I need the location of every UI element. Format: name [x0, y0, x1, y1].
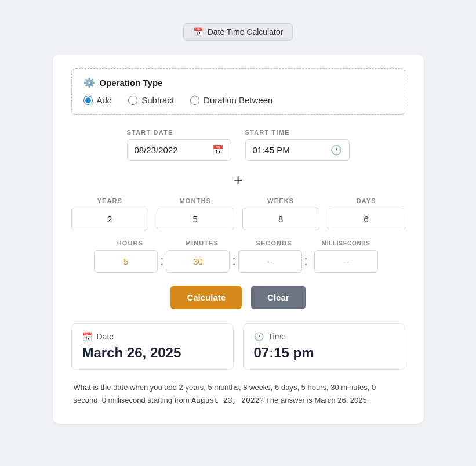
months-label: MONTHS	[180, 197, 211, 204]
result-date-icon: 📅	[82, 332, 92, 341]
radio-add-input[interactable]	[83, 96, 93, 105]
minutes-input[interactable]	[166, 250, 230, 273]
result-time-value: 07:15 pm	[254, 345, 394, 361]
weeks-input[interactable]	[242, 208, 320, 230]
description-text: What is the date when you add 2 years, 5…	[71, 381, 405, 407]
date-time-row: START DATE 📅 START TIME 🕐	[71, 129, 405, 161]
result-time-label: Time	[268, 332, 286, 341]
page-wrapper: 📅 Date Time Calculator ⚙️ Operation Type…	[12, 12, 464, 435]
radio-add[interactable]: Add	[83, 95, 112, 105]
years-input[interactable]	[71, 208, 149, 230]
duration-grid: YEARS MONTHS WEEKS DAYS	[71, 197, 405, 230]
hours-input[interactable]	[94, 250, 158, 273]
title-bar: 📅 Date Time Calculator	[183, 23, 293, 41]
result-time-icon: 🕐	[254, 332, 264, 341]
result-time-card: 🕐 Time 07:15 pm	[243, 323, 405, 370]
seconds-input[interactable]	[238, 250, 302, 273]
months-input[interactable]	[157, 208, 234, 230]
calculate-button[interactable]: Calculate	[170, 286, 242, 309]
main-card: ⚙️ Operation Type Add Subtract Duration …	[53, 55, 424, 424]
start-time-label: START TIME	[245, 129, 290, 136]
seconds-label: SECONDS	[256, 240, 292, 247]
start-date-input[interactable]	[135, 145, 208, 155]
radio-subtract-label: Subtract	[141, 95, 174, 105]
clear-button[interactable]: Clear	[251, 286, 306, 309]
start-date-label: START DATE	[127, 129, 173, 136]
action-row: Calculate Clear	[71, 286, 405, 309]
radio-group: Add Subtract Duration Between	[83, 95, 393, 105]
minutes-field: MINUTES :	[166, 240, 238, 273]
radio-subtract-input[interactable]	[128, 96, 137, 105]
time-picker-icon: 🕐	[330, 145, 342, 156]
radio-subtract[interactable]: Subtract	[128, 95, 174, 105]
plus-symbol: +	[71, 171, 405, 189]
months-field: MONTHS	[157, 197, 234, 230]
seconds-field: SECONDS :	[238, 240, 310, 273]
result-date-card: 📅 Date March 26, 2025	[71, 323, 234, 370]
hours-label: HOURS	[117, 240, 143, 247]
radio-add-label: Add	[97, 95, 112, 105]
result-date-header: 📅 Date	[82, 332, 223, 341]
milliseconds-input[interactable]	[314, 250, 378, 273]
operation-type-label: Operation Type	[100, 78, 163, 88]
hours-field: HOURS :	[94, 240, 166, 273]
radio-duration-between[interactable]: Duration Between	[190, 95, 272, 105]
operation-type-box: ⚙️ Operation Type Add Subtract Duration …	[71, 68, 405, 115]
colon-seconds: :	[302, 254, 310, 269]
weeks-field: WEEKS	[242, 197, 320, 230]
result-time-header: 🕐 Time	[254, 332, 394, 341]
colon-hours: :	[158, 254, 166, 269]
radio-duration-input[interactable]	[190, 96, 199, 105]
start-date-group: START DATE 📅	[127, 129, 231, 161]
title-calendar-icon: 📅	[193, 27, 203, 37]
days-input[interactable]	[328, 208, 405, 230]
years-label: YEARS	[97, 197, 122, 204]
title-label: Date Time Calculator	[208, 27, 284, 37]
result-date-value: March 26, 2025	[82, 345, 223, 361]
days-field: DAYS	[328, 197, 405, 230]
years-field: YEARS	[71, 197, 149, 230]
days-label: DAYS	[357, 197, 376, 204]
start-time-input[interactable]	[253, 145, 326, 155]
result-row: 📅 Date March 26, 2025 🕐 Time 07:15 pm	[71, 323, 405, 370]
minutes-label: MINUTES	[186, 240, 219, 247]
milliseconds-label: MILLISECONDS	[322, 240, 370, 247]
date-picker-icon: 📅	[212, 145, 224, 156]
result-date-label: Date	[97, 332, 114, 341]
time-row: HOURS : MINUTES : SECONDS	[94, 240, 382, 273]
start-date-input-wrapper[interactable]: 📅	[127, 139, 231, 161]
start-time-input-wrapper[interactable]: 🕐	[245, 139, 350, 161]
gear-icon: ⚙️	[83, 77, 95, 88]
start-time-group: START TIME 🕐	[245, 129, 350, 161]
colon-minutes: :	[230, 254, 238, 269]
weeks-label: WEEKS	[267, 197, 294, 204]
radio-duration-label: Duration Between	[204, 95, 272, 105]
milliseconds-field: MILLISECONDS	[310, 240, 382, 273]
operation-type-header: ⚙️ Operation Type	[83, 77, 393, 88]
